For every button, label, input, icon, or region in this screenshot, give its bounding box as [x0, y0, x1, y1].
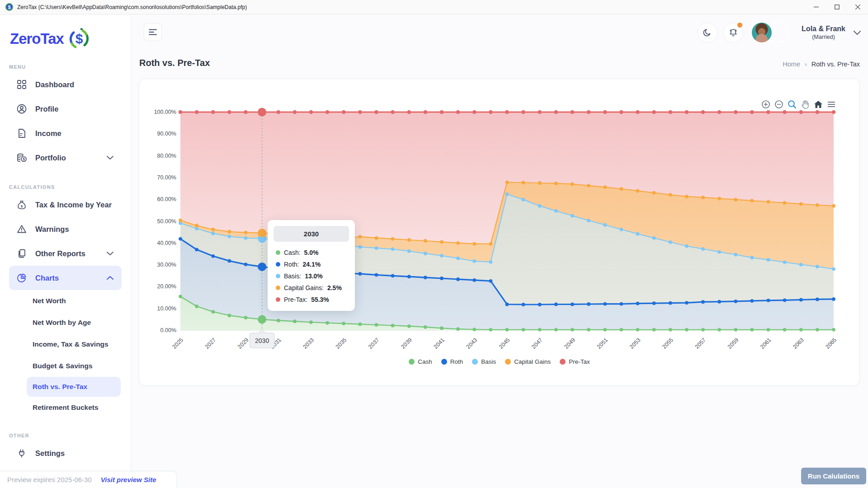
y-axis-tick-label: 100.00%: [154, 109, 176, 115]
tooltip-series-dot: [276, 250, 280, 255]
y-axis-tick-label: 70.00%: [157, 174, 176, 181]
preview-expiry-text: Preview expires 2025-06-30: [7, 476, 92, 483]
legend-item-roth[interactable]: Roth: [441, 358, 463, 365]
legend-label: Capital Gains: [514, 358, 551, 365]
sidebar-item-profile[interactable]: Profile: [0, 97, 122, 121]
legend-item-pre-tax[interactable]: Pre-Tax: [560, 358, 590, 365]
tooltip-year: 2030: [274, 226, 349, 242]
tooltip-series-value: 24.1%: [302, 261, 321, 268]
sidebar-item-label: Tax & Income by Year: [35, 201, 112, 209]
maximize-button[interactable]: [826, 0, 847, 14]
brand-logo[interactable]: ZeroTax $: [10, 28, 131, 50]
sidebar-item-charts[interactable]: Charts: [9, 266, 122, 290]
grid-icon: [16, 79, 27, 90]
sidebar-subitem-income-tax-savings[interactable]: Income, Tax & Savings: [0, 333, 131, 355]
x-axis-tick-label: 2041: [433, 337, 446, 350]
user-name: Lola & Frank: [802, 25, 845, 33]
user-avatars[interactable]: [751, 22, 788, 43]
user-menu-chevron[interactable]: [854, 31, 861, 35]
window-controls: [806, 0, 868, 14]
avatar-lola: [751, 22, 773, 43]
zoom-in-icon[interactable]: [760, 99, 771, 110]
x-axis-tick-label: 2033: [302, 337, 316, 350]
bell-icon: [729, 28, 738, 38]
tooltip-series-dot: [276, 297, 280, 302]
user-status: (Married): [802, 34, 845, 40]
sidebar-item-settings[interactable]: Settings: [0, 441, 122, 465]
tooltip-series-value: 2.5%: [327, 284, 342, 291]
sidebar-subitem-retirement-buckets[interactable]: Retirement Buckets: [0, 397, 131, 418]
tooltip-row-capital-gains: Capital Gains: 2.5%: [268, 282, 355, 294]
visit-preview-site-link[interactable]: Visit preview Site: [101, 476, 156, 483]
x-axis-tick-label: 2053: [628, 337, 642, 350]
section-label-other: OTHER: [9, 433, 131, 438]
sidebar-item-label: Dashboard: [35, 80, 74, 89]
tooltip-series-value: 13.0%: [305, 272, 323, 280]
legend-item-capital-gains[interactable]: Capital Gains: [505, 358, 551, 365]
brand-dollar-icon: $: [68, 28, 90, 50]
legend-item-basis[interactable]: Basis: [472, 358, 496, 365]
x-axis-tick-label: 2051: [596, 337, 609, 350]
chart-tooltip: 2030 Cash: 5.0%Roth: 24.1%Basis: 13.0%Ca…: [268, 220, 355, 311]
moon-icon: [703, 28, 712, 37]
dark-mode-button[interactable]: [698, 23, 717, 42]
legend-label: Cash: [418, 358, 432, 365]
sidebar-item-other-reports[interactable]: Other Reports: [0, 241, 122, 266]
pan-icon[interactable]: [800, 99, 811, 110]
breadcrumb-separator-icon: ›: [805, 61, 807, 68]
sidebar-subitem-label: Net Worth: [33, 297, 66, 305]
close-button[interactable]: [847, 0, 868, 14]
x-axis-tick-label: 2061: [759, 337, 773, 350]
breadcrumb-current: Roth vs. Pre-Tax: [811, 61, 860, 68]
warning-icon: [16, 224, 27, 235]
sidebar-item-portfolio[interactable]: $Portfolio: [0, 145, 122, 170]
menu-icon[interactable]: [826, 99, 837, 110]
selection-zoom-icon[interactable]: [787, 99, 797, 110]
svg-text:$: $: [75, 31, 83, 46]
breadcrumb-home[interactable]: Home: [783, 61, 800, 68]
sidebar-subitem-label: Income, Tax & Savings: [33, 340, 108, 348]
y-axis-tick-label: 30.00%: [157, 262, 176, 268]
tooltip-series-value: 55.3%: [311, 296, 329, 303]
tooltip-series-dot: [276, 274, 280, 278]
x-axis-tick-label: 2035: [335, 337, 348, 350]
breadcrumb: Home › Roth vs. Pre-Tax: [783, 61, 860, 68]
zoom-out-icon[interactable]: [774, 99, 784, 110]
sidebar-subitem-net-worth[interactable]: Net Worth: [0, 290, 131, 312]
legend-item-cash[interactable]: Cash: [409, 358, 432, 365]
highlight-marker-pre-tax: [258, 108, 266, 117]
x-axis-tooltip-label: 2030: [255, 337, 269, 344]
legend-dot: [505, 359, 511, 365]
y-axis-tick-label: 20.00%: [157, 283, 176, 290]
notifications-button[interactable]: [723, 23, 743, 42]
sidebar-item-label: Warnings: [35, 225, 69, 234]
y-axis-tick-label: 0.00%: [160, 327, 176, 333]
sidebar-item-chevron: [107, 252, 113, 255]
moneybag-icon: $: [16, 199, 27, 210]
tooltip-series-label: Cash:: [284, 249, 301, 256]
sidebar-item-warnings[interactable]: Warnings: [0, 217, 122, 241]
sidebar: ZeroTax $ MENUDashboardProfileIncome$Por…: [0, 14, 131, 488]
sidebar-toggle-button[interactable]: [144, 23, 162, 41]
tooltip-row-cash: Cash: 5.0%: [268, 247, 355, 258]
legend-dot: [441, 359, 447, 365]
document-icon: [16, 128, 27, 139]
svg-text:$: $: [23, 157, 25, 161]
sidebar-subitem-roth-vs-pre-tax[interactable]: Roth vs. Pre-Tax: [27, 377, 121, 397]
sidebar-item-tax-income-by-year[interactable]: $Tax & Income by Year: [0, 192, 122, 217]
minimize-button[interactable]: [806, 0, 826, 14]
legend-label: Roth: [450, 358, 463, 365]
coins-icon: $: [16, 152, 27, 163]
sidebar-item-dashboard[interactable]: Dashboard: [0, 72, 122, 97]
sidebar-item-label: Portfolio: [35, 154, 66, 162]
tooltip-row-roth: Roth: 24.1%: [268, 258, 355, 270]
sidebar-subitem-net-worth-by-age[interactable]: Net Worth by Age: [0, 312, 131, 333]
sidebar-subitem-budget-savings[interactable]: Budget & Savings: [0, 355, 131, 377]
legend-label: Basis: [481, 358, 496, 365]
sidebar-item-income[interactable]: Income: [0, 121, 122, 145]
x-axis-tooltip: 2030: [250, 329, 274, 348]
run-calculations-button[interactable]: Run Calulations: [801, 468, 866, 484]
user-block[interactable]: Lola & Frank (Married): [802, 25, 845, 40]
home-icon[interactable]: [813, 99, 824, 110]
chevron-up-icon: [107, 276, 113, 280]
